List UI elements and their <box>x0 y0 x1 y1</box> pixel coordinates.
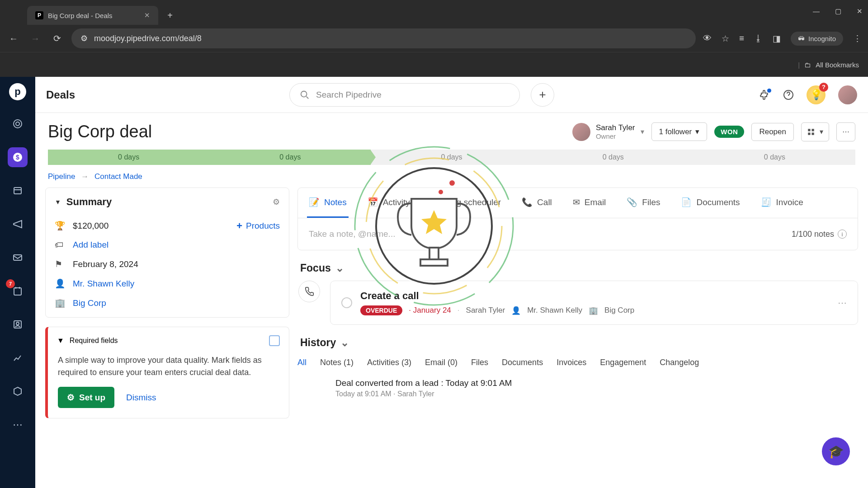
followers-button[interactable]: 1 follower▾ <box>651 122 708 141</box>
maximize-icon[interactable]: ▢ <box>835 7 841 15</box>
layout-button[interactable]: ▾ <box>801 122 829 141</box>
stage-label: 0 days <box>118 153 139 161</box>
reload-button[interactable]: ⟳ <box>50 31 64 46</box>
tab-documents[interactable]: 📄Documents <box>679 188 741 218</box>
notifications-bulb[interactable]: 💡? <box>807 85 826 104</box>
setup-button[interactable]: ⚙Set up <box>58 387 114 408</box>
playlist-icon[interactable]: ≡ <box>739 33 744 43</box>
download-icon[interactable]: ⭳ <box>754 33 763 43</box>
top-bar: Deals Search Pipedrive + 💡? <box>35 77 868 113</box>
breadcrumb-stage[interactable]: Contact Made <box>94 172 142 181</box>
more-button[interactable]: ⋯ <box>836 122 855 141</box>
reopen-button[interactable]: Reopen <box>751 123 794 141</box>
summary-contact-row[interactable]: 👤 Mr. Shawn Kelly <box>46 274 289 293</box>
nav-leads[interactable] <box>8 114 28 134</box>
nav-insights[interactable] <box>8 348 28 368</box>
focus-more-icon[interactable]: ⋯ <box>838 297 847 308</box>
hist-tab-activities[interactable]: Activities (3) <box>367 358 411 367</box>
owner-block[interactable]: Sarah Tyler Owner ▾ <box>572 123 644 141</box>
deal-value: $120,000 <box>73 221 108 231</box>
svg-rect-6 <box>14 288 21 295</box>
nav-activities[interactable]: 7 <box>8 281 28 301</box>
tab-notes[interactable]: 📝Notes <box>307 188 349 218</box>
search-input[interactable]: Search Pipedrive <box>289 83 520 107</box>
summary-org-row[interactable]: 🏢 Big Corp <box>46 293 289 317</box>
close-window-icon[interactable]: ✕ <box>857 7 863 15</box>
browser-tab[interactable]: P Big Corp deal - Deals ✕ <box>27 6 158 25</box>
minimize-icon[interactable]: — <box>813 7 820 15</box>
required-header[interactable]: ▼ Required fields <box>48 327 289 354</box>
add-label-row[interactable]: 🏷 Add label <box>46 235 289 254</box>
hist-tab-notes[interactable]: Notes (1) <box>320 358 354 367</box>
url-text: moodjoy.pipedrive.com/deal/8 <box>94 34 202 43</box>
nav-more[interactable]: ⋯ <box>8 415 28 435</box>
products-link[interactable]: +Products <box>236 220 289 232</box>
contact-name: Mr. Shawn Kelly <box>73 279 134 289</box>
setup-label: Set up <box>79 393 105 403</box>
sidepanel-icon[interactable]: ◨ <box>773 33 781 44</box>
stage-label: 0 days <box>603 153 624 161</box>
new-tab-button[interactable]: + <box>162 7 178 23</box>
browser-menu-icon[interactable]: ⋮ <box>853 33 862 44</box>
stage-3[interactable]: 0 days <box>371 150 532 165</box>
hist-tab-files[interactable]: Files <box>471 358 488 367</box>
nav-mail[interactable] <box>8 248 28 267</box>
add-button[interactable]: + <box>531 83 554 107</box>
focus-org: Big Corp <box>604 306 634 315</box>
hist-tab-engagement[interactable]: Engagement <box>600 358 646 367</box>
required-checkbox[interactable] <box>269 335 280 346</box>
summary-panel: ▼ Summary ⚙ 🏆 $120,000 +Products 🏷 Add l <box>45 188 289 318</box>
history-header[interactable]: History⌄ <box>297 325 858 355</box>
nav-products[interactable] <box>8 381 28 401</box>
help-icon[interactable] <box>783 89 794 100</box>
nav-campaigns[interactable] <box>8 214 28 234</box>
focus-checkbox[interactable] <box>341 297 352 308</box>
puzzle-icon[interactable] <box>760 89 770 100</box>
graduation-cap-icon: 🎓 <box>828 444 844 459</box>
dismiss-button[interactable]: Dismiss <box>126 393 156 403</box>
tab-email[interactable]: ✉Email <box>571 188 608 218</box>
hist-tab-invoices[interactable]: Invoices <box>557 358 586 367</box>
summary-header[interactable]: ▼ Summary ⚙ <box>46 188 289 216</box>
incognito-badge[interactable]: 🕶 Incognito <box>791 32 843 46</box>
user-avatar[interactable] <box>838 85 857 104</box>
stage-1[interactable]: 0 days <box>48 150 209 165</box>
hist-tab-documents[interactable]: Documents <box>502 358 543 367</box>
stage-label: 0 days <box>764 153 785 161</box>
site-settings-icon[interactable]: ⚙ <box>80 33 88 43</box>
nav-deals[interactable]: $ <box>8 147 28 167</box>
tab-files[interactable]: 📎Files <box>625 188 662 218</box>
tab-call[interactable]: 📞Call <box>520 188 554 218</box>
hist-tab-email[interactable]: Email (0) <box>425 358 458 367</box>
eye-off-icon[interactable]: 👁 <box>703 33 712 43</box>
close-tab-icon[interactable]: ✕ <box>144 11 150 19</box>
tab-scheduler[interactable]: Meeting scheduler <box>429 188 503 218</box>
hist-tab-all[interactable]: All <box>297 358 307 367</box>
tag-icon: 🏷 <box>55 240 66 250</box>
info-icon[interactable]: i <box>838 230 847 239</box>
tab-invoice[interactable]: 🧾Invoice <box>759 188 805 218</box>
breadcrumb-pipeline[interactable]: Pipeline <box>48 172 75 181</box>
svg-point-1 <box>16 122 19 126</box>
tab-activity[interactable]: 📅Activity <box>366 188 412 218</box>
hist-tab-changelog[interactable]: Changelog <box>660 358 699 367</box>
all-bookmarks-link[interactable]: All Bookmarks <box>816 61 859 69</box>
focus-header[interactable]: Focus⌄ <box>297 250 858 281</box>
pipedrive-logo[interactable]: p <box>9 83 26 100</box>
forward-button[interactable]: → <box>28 31 42 46</box>
right-column: 📝Notes 📅Activity Meeting scheduler 📞Call… <box>297 188 858 488</box>
bookmark-star-icon[interactable]: ☆ <box>722 33 729 44</box>
focus-card[interactable]: Create a call OVERDUE · January 24 · Sar… <box>330 281 858 325</box>
gear-icon: ⚙ <box>67 392 75 403</box>
url-input[interactable]: ⚙ moodjoy.pipedrive.com/deal/8 <box>71 28 696 48</box>
help-fab[interactable]: 🎓 <box>822 437 850 465</box>
gear-icon[interactable]: ⚙ <box>273 197 280 207</box>
nav-contacts[interactable] <box>8 314 28 334</box>
stage-5[interactable]: 0 days <box>694 150 855 165</box>
nav-projects[interactable] <box>8 181 28 201</box>
stage-4[interactable]: 0 days <box>533 150 694 165</box>
owner-avatar <box>572 123 590 141</box>
note-input[interactable]: Take a note, @name... 1/100 notesi <box>298 218 858 250</box>
stage-2[interactable]: 0 days <box>209 150 371 165</box>
back-button[interactable]: ← <box>6 31 21 46</box>
